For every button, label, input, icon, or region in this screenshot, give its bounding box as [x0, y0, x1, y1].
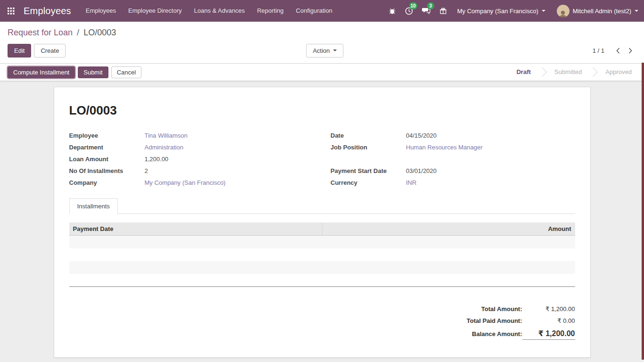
field-value-loan-amount: 1,200.00 [145, 155, 314, 164]
table-empty-row [69, 236, 575, 248]
cancel-button[interactable]: Cancel [111, 66, 141, 78]
total-amount-label: Total Amount: [481, 305, 522, 313]
edit-button[interactable]: Edit [8, 44, 31, 58]
status-steps: Draft Submitted Approved [509, 64, 644, 81]
balance-amount-row: Balance Amount: ₹ 1,200.00 [415, 327, 575, 342]
breadcrumb-current: LO/0003 [83, 28, 116, 37]
person-silhouette-icon [558, 10, 568, 17]
form-view-container: LO/0003 Employee Tina Williamson Departm… [0, 81, 644, 362]
balance-amount-label: Balance Amount: [472, 330, 522, 337]
total-paid-amount-label: Total Paid Amount: [467, 317, 522, 324]
breadcrumb-parent-link[interactable]: Request for Loan [8, 28, 73, 37]
menu-loans-advances[interactable]: Loans & Advances [188, 0, 251, 22]
create-button[interactable]: Create [34, 44, 66, 58]
field-value-payment-start-date: 03/01/2020 [406, 166, 575, 175]
field-group-left: Employee Tina Williamson Department Admi… [69, 131, 314, 187]
top-navbar: Employees Employees Employee Directory L… [0, 0, 644, 22]
total-paid-amount-value: ₹ 0.00 [522, 317, 575, 324]
menu-reporting[interactable]: Reporting [251, 0, 289, 22]
grid-icon [8, 8, 15, 15]
menu-configuration[interactable]: Configuration [290, 0, 339, 22]
user-menu-label: Mitchell Admin (test2) [573, 8, 631, 15]
messages-button[interactable]: 3 [418, 0, 435, 22]
total-amount-value: ₹ 1,200.00 [522, 305, 575, 313]
main-menu: Employees Employee Directory Loans & Adv… [80, 0, 339, 22]
field-groups: Employee Tina Williamson Department Admi… [69, 131, 575, 187]
field-value-no-of-installments: 2 [145, 166, 314, 175]
status-step-approved[interactable]: Approved [598, 64, 639, 81]
column-header-payment-date[interactable]: Payment Date [69, 222, 322, 236]
menu-employees[interactable]: Employees [80, 0, 122, 22]
field-label-date: Date [330, 131, 406, 140]
navbar-right: 10 3 My Company (San Francisco) [384, 0, 644, 22]
record-title: LO/0003 [69, 103, 575, 118]
status-step-submitted[interactable]: Submitted [547, 64, 590, 81]
pager-previous-button[interactable] [612, 48, 624, 54]
compute-installment-button[interactable]: Compute Installment [8, 66, 75, 78]
company-switcher[interactable]: My Company (San Francisco) [452, 0, 551, 22]
tab-installments[interactable]: Installments [69, 198, 118, 214]
balance-amount-value: ₹ 1,200.00 [522, 329, 575, 340]
avatar [557, 5, 570, 17]
control-panel-buttons: Edit Create Action 1 / 1 [8, 43, 636, 58]
breadcrumb: Request for Loan / LO/0003 [8, 28, 636, 38]
field-spacer [406, 155, 575, 164]
field-value-currency[interactable]: INR [406, 178, 575, 187]
control-panel: Request for Loan / LO/0003 Edit Create A… [0, 22, 644, 64]
total-paid-amount-row: Total Paid Amount: ₹ 0.00 [415, 315, 575, 327]
field-value-job-position[interactable]: Human Resources Manager [406, 143, 575, 152]
notebook-tabs: Installments [69, 198, 575, 214]
pager-next-button[interactable] [624, 48, 636, 54]
activity-count-badge: 10 [409, 2, 417, 9]
chevron-down-icon [542, 10, 545, 12]
menu-employee-directory[interactable]: Employee Directory [122, 0, 188, 22]
field-label-payment-start-date: Payment Start Date [330, 166, 406, 175]
field-value-employee[interactable]: Tina Williamson [145, 131, 314, 140]
activities-clock-button[interactable]: 10 [401, 0, 418, 22]
status-step-draft[interactable]: Draft [509, 64, 538, 81]
form-statusbar: Compute Installment Submit Cancel Draft … [0, 64, 644, 81]
action-dropdown-button[interactable]: Action [306, 44, 343, 58]
chevron-left-icon [616, 48, 620, 54]
field-label-department: Department [69, 143, 145, 152]
installments-table: Payment Date Amount [69, 222, 575, 287]
field-value-company[interactable]: My Company (San Francisco) [145, 178, 314, 187]
statusbar-buttons: Compute Installment Submit Cancel [8, 66, 141, 78]
chevron-down-icon [333, 49, 337, 51]
table-empty-row [69, 274, 575, 287]
submit-button[interactable]: Submit [78, 66, 108, 78]
table-empty-row [69, 248, 575, 261]
table-empty-row [69, 261, 575, 274]
status-arrow-separator [589, 65, 598, 79]
company-switcher-label: My Company (San Francisco) [457, 8, 538, 15]
chevron-right-icon [628, 48, 632, 54]
gift-icon [439, 7, 447, 15]
breadcrumb-separator: / [75, 28, 81, 37]
apps-grid-icon[interactable] [2, 0, 20, 22]
gift-icon-button[interactable] [435, 0, 452, 22]
action-dropdown-label: Action [313, 47, 330, 54]
field-spacer [330, 155, 406, 164]
field-label-loan-amount: Loan Amount [69, 155, 145, 164]
field-label-company: Company [69, 178, 145, 187]
message-count-badge: 3 [427, 2, 434, 9]
debug-bug-icon[interactable] [384, 0, 401, 22]
totals-footer: Total Amount: ₹ 1,200.00 Total Paid Amou… [415, 303, 575, 342]
bug-icon [388, 7, 396, 15]
field-label-no-of-installments: No Of Installments [69, 166, 145, 175]
chevron-down-icon [635, 10, 638, 12]
form-sheet: LO/0003 Employee Tina Williamson Departm… [54, 87, 591, 358]
status-arrow-separator [538, 65, 547, 79]
table-header-row: Payment Date Amount [69, 222, 575, 236]
field-label-job-position: Job Position [330, 143, 406, 152]
app-name[interactable]: Employees [20, 6, 80, 16]
pager: 1 / 1 [593, 47, 636, 54]
field-label-currency: Currency [330, 178, 406, 187]
pager-counter: 1 / 1 [593, 47, 604, 54]
field-value-date: 04/15/2020 [406, 131, 575, 140]
field-label-employee: Employee [69, 131, 145, 140]
column-header-amount[interactable]: Amount [322, 222, 575, 236]
user-menu[interactable]: Mitchell Admin (test2) [551, 0, 644, 22]
scrollbar[interactable] [642, 63, 644, 360]
field-value-department[interactable]: Administration [145, 143, 314, 152]
